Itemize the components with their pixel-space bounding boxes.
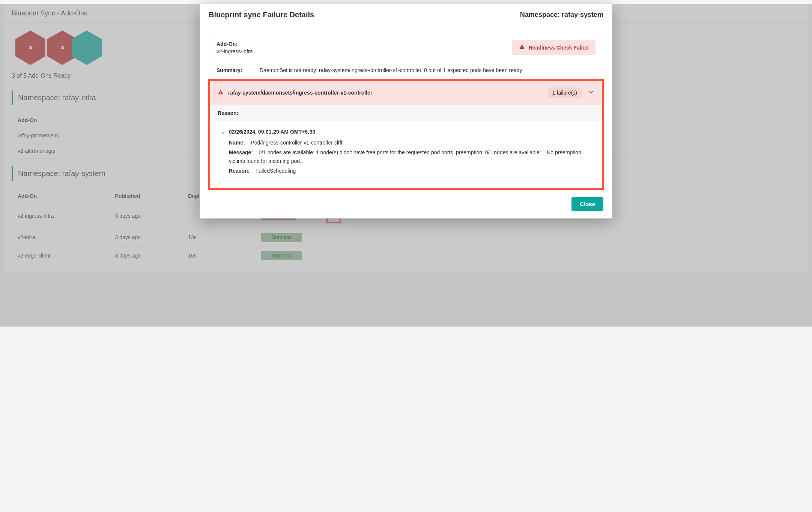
close-icon: ✕ xyxy=(28,44,33,51)
readiness-check-badge: Readiness Check Failed xyxy=(512,40,595,55)
failure-details-modal: Blueprint sync Failure Details Namespace… xyxy=(200,4,612,218)
chevron-down-icon xyxy=(588,89,594,97)
failure-count-badge: 1 failure(s) xyxy=(548,87,582,98)
svg-rect-5 xyxy=(522,48,522,48)
event-message-label: Message: xyxy=(229,149,253,155)
failure-accordion-header[interactable]: rafay-system/daemonsets/ingress-controll… xyxy=(210,81,602,105)
modal-overlay[interactable]: Blueprint sync Failure Details Namespace… xyxy=(0,4,812,327)
close-icon: ✕ xyxy=(60,44,65,51)
svg-rect-6 xyxy=(220,91,221,93)
svg-rect-7 xyxy=(220,93,221,93)
warning-icon xyxy=(218,89,224,96)
event-reason-value: FailedScheduling xyxy=(256,168,296,174)
close-button[interactable]: Close xyxy=(571,197,603,211)
event-name-label: Name: xyxy=(229,140,245,146)
summary-text: DaemonSet is not ready: rafay-system/ing… xyxy=(260,67,522,73)
highlighted-failure-section: rafay-system/daemonsets/ingress-controll… xyxy=(208,79,604,190)
addon-name: v2-ingress-infra xyxy=(217,48,253,54)
event-timestamp: 02/26/2024, 09:01:29 AM GMT+5:30 xyxy=(229,129,591,135)
event-reason-label: Reason: xyxy=(229,168,250,174)
event-message-value: 0/1 nodes are available: 1 node(s) didn'… xyxy=(229,149,581,164)
event-name-value: Pod/ingress-controller-v1-controller-clt… xyxy=(251,140,342,146)
modal-title: Blueprint sync Failure Details xyxy=(209,11,314,19)
warning-icon xyxy=(519,44,525,51)
failure-event: 02/26/2024, 09:01:29 AM GMT+5:30 Name: P… xyxy=(210,121,602,188)
modal-namespace: Namespace: rafay-system xyxy=(520,11,603,19)
svg-rect-4 xyxy=(522,46,522,47)
summary-label: Summary: xyxy=(217,67,248,73)
addon-label: Add-On: xyxy=(217,41,253,47)
reason-label: Reason: xyxy=(210,105,602,121)
failure-resource-path: rafay-system/daemonsets/ingress-controll… xyxy=(228,90,372,96)
